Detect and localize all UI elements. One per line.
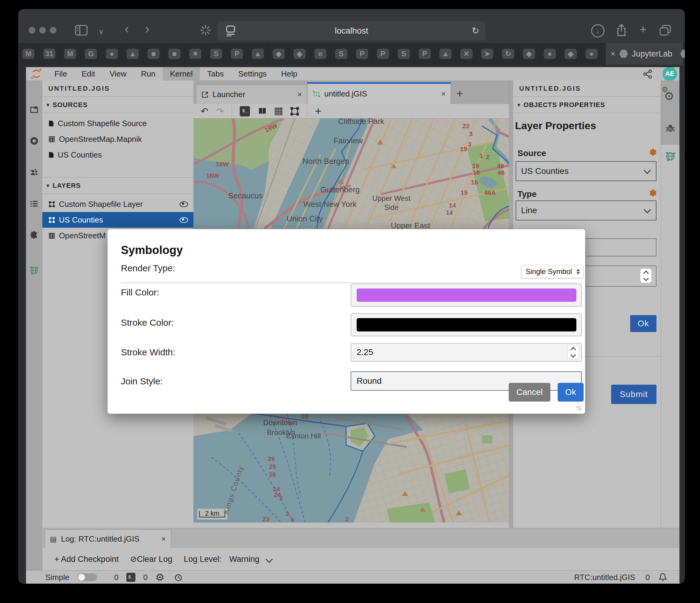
table-of-contents-icon[interactable] [30,199,39,208]
extensions-icon[interactable] [30,231,39,240]
favicon-bookmark[interactable]: ■ [164,43,185,65]
favicon-bookmark[interactable]: ● [102,43,122,65]
type-select[interactable]: Line [516,200,656,220]
property-inspector-icon[interactable]: ⚙⚙ [664,90,674,103]
stroke-width-input[interactable]: 2.25 [351,343,582,362]
active-browser-tab[interactable]: × JupyterLab [606,43,683,65]
favicon-bookmark[interactable]: ➤ [477,43,498,65]
number-stepper[interactable] [640,268,652,283]
address-bar[interactable]: localhost ↻ [218,21,485,41]
favicon-bookmark[interactable]: S [394,43,415,65]
favicon-bookmark[interactable]: ▲ [122,43,143,65]
favicon-bookmark[interactable]: ✕ [456,43,477,65]
favicon-bookmark[interactable]: ■ [143,43,164,65]
favicon-bookmark[interactable]: ● [581,43,602,65]
favicon-bookmark[interactable]: G [81,43,102,65]
back-button[interactable]: ‹ [125,24,129,34]
share-document-icon[interactable] [643,70,653,79]
url-text[interactable]: localhost [218,26,485,36]
new-tab-button[interactable]: + [640,24,647,34]
menu-settings[interactable]: Settings [231,67,274,80]
close-icon[interactable]: × [441,89,446,99]
favicon-bookmark[interactable]: ▲ [248,43,268,65]
forward-button[interactable]: › [145,24,150,34]
menu-help[interactable]: Help [274,67,304,80]
share-icon[interactable] [616,24,627,37]
favicon-bookmark[interactable]: e [310,43,331,65]
menu-tabs[interactable]: Tabs [200,67,231,80]
console-icon[interactable]: $_ [240,106,250,116]
menu-kernel[interactable]: Kernel [162,67,200,80]
fill-color-swatch[interactable] [357,289,576,302]
stroke-color-input[interactable] [351,313,582,336]
render-type-select[interactable]: Single Symbol [521,265,583,278]
redo-icon[interactable]: ↷ [216,107,224,116]
undo-icon[interactable]: ↶ [201,107,208,116]
jupytergis-globe-icon[interactable] [665,151,676,162]
reload-icon[interactable]: ↻ [472,25,479,36]
layers-section-header[interactable]: ▾ LAYERS [42,177,194,194]
source-item[interactable]: US Counties [42,147,194,163]
notifications-count[interactable]: 0 [646,573,650,582]
close-icon[interactable]: × [161,534,166,544]
raster-layer-tool-icon[interactable] [275,107,282,115]
jupytergis-globe-icon[interactable] [30,266,39,275]
number-stepper[interactable] [567,345,579,360]
running-sessions-icon[interactable] [30,137,39,145]
tab-overview-icon[interactable] [659,25,671,36]
close-icon[interactable]: × [297,90,302,99]
cpu-chip-icon[interactable] [155,573,165,582]
kernels-count[interactable]: 0 [114,573,118,582]
log-level-select[interactable]: Warning [229,555,260,564]
cancel-button[interactable]: Cancel [509,383,550,402]
user-avatar[interactable]: AE [662,67,677,81]
debugger-bug-icon[interactable] [665,123,676,133]
file-browser-icon[interactable] [30,105,39,114]
source-item[interactable]: OpenStreetMap.Mapnik [42,131,194,147]
tab-untitled-jgis[interactable]: untitled.jGIS × [307,82,451,104]
basemap-book-icon[interactable] [258,107,267,116]
resize-handle[interactable] [577,406,581,411]
menu-view[interactable]: View [102,67,134,80]
add-checkpoint-button[interactable]: + Add Checkpoint [54,555,119,564]
chevron-down-icon[interactable]: ∨ [99,27,104,37]
minimize-window-button[interactable] [39,27,46,33]
favicon-bookmark[interactable]: ◆ [519,43,540,65]
favicon-bookmark[interactable]: P [373,43,394,65]
favicon-bookmark[interactable]: S [331,43,352,65]
sidebar-toggle-icon[interactable] [75,25,88,36]
new-tab-plus-icon[interactable]: + [456,87,463,100]
fill-color-input[interactable] [351,284,582,307]
vector-layer-tool-icon[interactable] [291,107,299,116]
downloads-icon[interactable]: ↓ [591,24,604,38]
collaboration-icon[interactable] [30,168,39,177]
close-icon[interactable]: × [610,49,615,59]
menu-file[interactable]: File [47,67,74,80]
favicon-bookmark[interactable]: ◆ [268,43,289,65]
zoom-window-button[interactable] [50,27,56,33]
submit-button[interactable]: Submit [611,385,656,404]
favicon-bookmark[interactable]: P [352,43,373,65]
bell-icon[interactable] [658,573,667,582]
favicon-bookmark[interactable]: 31 [39,43,60,65]
favicon-bookmark[interactable]: ● [540,43,560,65]
favicon-bookmark[interactable]: ◆ [560,43,581,65]
source-item[interactable]: Custom Shapefile Source [42,116,194,131]
sources-section-header[interactable]: ▾ SOURCES [42,97,194,113]
favicon-bookmark[interactable]: P [227,43,248,65]
source-select[interactable]: US Counties [516,161,656,181]
panel-ok-button[interactable]: Ok [630,315,656,332]
favicon-bookmark[interactable]: M [18,43,39,65]
menu-edit[interactable]: Edit [74,67,102,80]
favicon-bookmark[interactable]: M [60,43,81,65]
favicon-bookmark[interactable]: P [415,43,435,65]
add-layer-plus-icon[interactable]: + [315,107,321,116]
log-tab[interactable]: ▤ Log: RTC:untitled.jGIS × [45,530,171,548]
terminals-icon[interactable]: $_ [126,573,135,582]
tab-launcher[interactable]: Launcher × [196,85,307,104]
favicon-bookmark[interactable]: S [206,43,227,65]
stroke-color-swatch[interactable] [357,318,576,332]
clear-log-button[interactable]: ⊘Clear Log [130,554,172,564]
ok-button[interactable]: Ok [558,383,584,402]
simple-mode-toggle[interactable] [78,573,97,581]
